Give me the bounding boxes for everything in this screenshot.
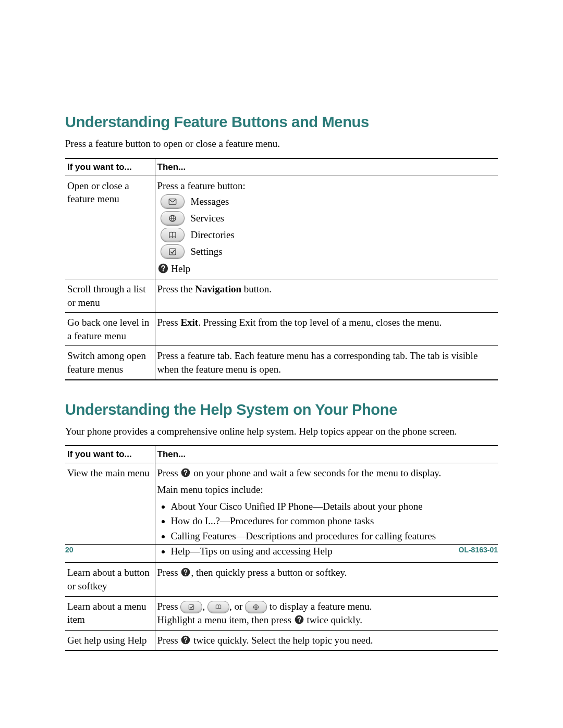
text-fragment: . Pressing Exit from the top level of a … xyxy=(198,317,442,328)
table-row: Get help using Help Press twice quickly.… xyxy=(65,630,498,650)
directories-label: Directories xyxy=(191,228,235,242)
table-header-if: If you want to... xyxy=(65,158,155,176)
main-menu-topics-label: Main menu topics include: xyxy=(157,483,494,497)
page-number: 20 xyxy=(65,546,74,554)
text-fragment: , or xyxy=(229,601,245,612)
section-intro-1: Press a feature button to open or close … xyxy=(65,137,498,151)
cell-scroll-right: Press the Navigation button. xyxy=(155,279,498,312)
table-header-then: Then... xyxy=(155,158,498,176)
help-icon xyxy=(180,567,191,577)
text-fragment: Highlight a menu item, then press xyxy=(157,614,294,625)
table-row: Go back one level in a feature menu Pres… xyxy=(65,313,498,346)
cell-learn-button-right: Press , then quickly press a button or s… xyxy=(155,563,498,596)
cell-learn-button-left: Learn about a button or softkey xyxy=(65,563,155,596)
list-item: About Your Cisco Unified IP Phone—Detail… xyxy=(171,500,494,513)
text-fragment: twice quickly. xyxy=(304,614,362,625)
text-fragment: Press the xyxy=(157,283,195,294)
settings-label: Settings xyxy=(191,245,223,258)
cell-switch-left: Switch among open feature menus xyxy=(65,346,155,380)
cell-learn-menu-right: Press , , or to display a feature menu. … xyxy=(155,596,498,630)
text-fragment: Press xyxy=(157,635,181,646)
cell-open-close-menu: Open or close a feature menu xyxy=(65,176,155,279)
help-icon xyxy=(180,635,191,645)
table-row: Learn about a menu item Press , , or to … xyxy=(65,596,498,630)
text-fragment: Press xyxy=(157,317,181,328)
help-label: Help xyxy=(171,263,190,274)
help-icon xyxy=(157,263,169,274)
text-bold: Exit xyxy=(180,317,198,328)
list-item: How do I...?—Procedures for common phone… xyxy=(171,514,494,528)
text-fragment: to display a feature menu. xyxy=(267,601,372,612)
table-header-then: Then... xyxy=(155,446,498,463)
settings-icon xyxy=(161,244,185,259)
cell-learn-menu-left: Learn about a menu item xyxy=(65,596,155,630)
section-intro-2: Your phone provides a comprehensive onli… xyxy=(65,425,498,438)
text-fragment: button. xyxy=(241,283,272,294)
help-icon xyxy=(294,614,304,625)
table-row: Switch among open feature menus Press a … xyxy=(65,346,498,380)
text-fragment: , then quickly press a button or softkey… xyxy=(191,567,347,578)
text-fragment: Press xyxy=(157,467,181,478)
directories-icon xyxy=(161,228,185,242)
cell-switch-right: Press a feature tab. Each feature menu h… xyxy=(155,346,498,380)
services-icon xyxy=(161,211,185,226)
cell-gethelp-left: Get help using Help xyxy=(65,630,155,650)
table-row: Scroll through a list or menu Press the … xyxy=(65,279,498,312)
cell-open-close-then: Press a feature button: Messages Service… xyxy=(155,176,498,279)
table-header-if: If you want to... xyxy=(65,446,155,463)
cell-goback-left: Go back one level in a feature menu xyxy=(65,313,155,346)
press-feature-button-text: Press a feature button: xyxy=(157,179,494,193)
text-fragment: twice quickly. Select the help topic you… xyxy=(191,635,373,646)
settings-icon xyxy=(180,601,202,613)
table-feature-buttons: If you want to... Then... Open or close … xyxy=(65,158,498,380)
table-row: Open or close a feature menu Press a fea… xyxy=(65,176,498,279)
messages-label: Messages xyxy=(191,195,229,208)
section-heading-help-system: Understanding the Help System on Your Ph… xyxy=(65,401,498,418)
list-item: Calling Features—Descriptions and proced… xyxy=(171,529,494,543)
text-fragment: on your phone and wait a few seconds for… xyxy=(191,467,441,478)
directories-icon xyxy=(207,601,229,613)
messages-icon xyxy=(161,194,185,209)
section-heading-feature-buttons: Understanding Feature Buttons and Menus xyxy=(65,114,498,131)
text-fragment: Press xyxy=(157,567,181,578)
text-fragment: Press xyxy=(157,601,181,612)
cell-gethelp-right: Press twice quickly. Select the help top… xyxy=(155,630,498,650)
help-icon xyxy=(180,467,191,478)
table-row: Learn about a button or softkey Press , … xyxy=(65,563,498,596)
cell-scroll-left: Scroll through a list or menu xyxy=(65,279,155,312)
document-id: OL-8163-01 xyxy=(459,546,498,554)
text-bold: Navigation xyxy=(195,283,241,294)
page-content: Understanding Feature Buttons and Menus … xyxy=(65,114,498,672)
page-footer: 20 OL-8163-01 xyxy=(65,544,498,554)
services-label: Services xyxy=(191,212,224,225)
cell-goback-right: Press Exit. Pressing Exit from the top l… xyxy=(155,313,498,346)
text-fragment: , xyxy=(202,601,207,612)
services-icon xyxy=(245,601,267,613)
